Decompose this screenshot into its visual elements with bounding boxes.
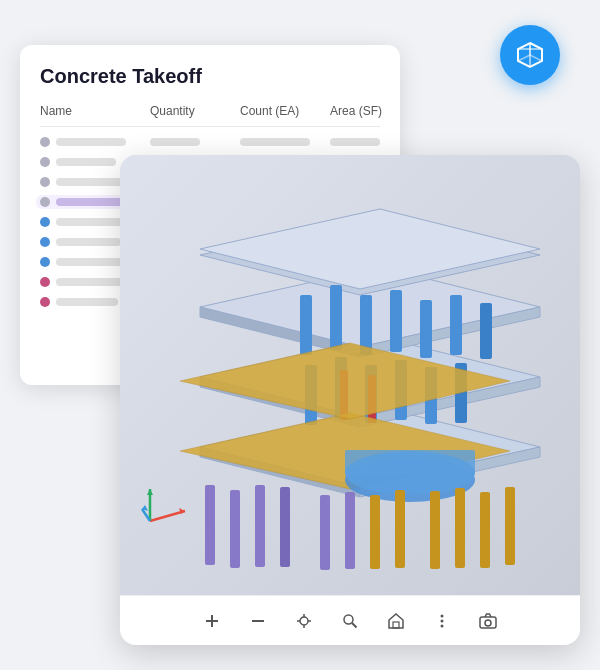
svg-line-4 — [530, 55, 542, 61]
svg-marker-19 — [200, 209, 540, 289]
svg-marker-54 — [147, 489, 153, 495]
cube-icon — [514, 39, 546, 71]
plus-icon — [203, 612, 221, 630]
viewer-toolbar — [120, 595, 580, 645]
svg-rect-44 — [455, 488, 465, 568]
svg-rect-40 — [230, 490, 240, 568]
svg-rect-68 — [393, 622, 399, 628]
svg-marker-67 — [389, 614, 403, 628]
skeleton-count — [240, 138, 310, 146]
svg-point-69 — [441, 614, 444, 617]
dots-icon — [433, 612, 451, 630]
minus-icon — [249, 612, 267, 630]
row-color-indicator — [40, 137, 50, 147]
svg-rect-20 — [330, 285, 342, 350]
screenshot-button[interactable] — [477, 610, 499, 632]
svg-rect-43 — [430, 491, 440, 569]
svg-point-70 — [441, 619, 444, 622]
zoom-in-button[interactable] — [201, 610, 223, 632]
col-name: Name — [40, 104, 150, 118]
skeleton-name — [56, 278, 124, 286]
row-color-indicator — [40, 297, 50, 307]
table-row — [40, 137, 380, 147]
table-header: Name Quantity Count (EA) Area (SF) — [40, 104, 380, 127]
navigate-button[interactable] — [293, 610, 315, 632]
axis-svg — [140, 481, 190, 531]
svg-rect-48 — [345, 492, 355, 569]
row-color-indicator — [40, 237, 50, 247]
skeleton-area — [330, 138, 380, 146]
svg-rect-38 — [345, 450, 475, 475]
col-count: Count (EA) — [240, 104, 330, 118]
skeleton-name — [56, 138, 126, 146]
svg-rect-23 — [420, 300, 432, 358]
home-button[interactable] — [385, 610, 407, 632]
skeleton-name — [56, 238, 121, 246]
zoom-out-button[interactable] — [247, 610, 269, 632]
skeleton-name — [56, 158, 116, 166]
row-color-indicator — [40, 177, 50, 187]
main-scene: Concrete Takeoff Name Quantity Count (EA… — [20, 25, 580, 645]
viewer-content — [120, 155, 580, 595]
search-icon — [341, 612, 359, 630]
svg-rect-22 — [390, 290, 402, 352]
more-options-button[interactable] — [431, 610, 453, 632]
svg-rect-46 — [505, 487, 515, 565]
svg-point-71 — [441, 624, 444, 627]
skeleton-qty — [150, 138, 200, 146]
svg-point-60 — [300, 617, 308, 625]
svg-rect-49 — [370, 495, 380, 569]
col-quantity: Quantity — [150, 104, 240, 118]
row-name-cell — [40, 137, 150, 147]
skeleton-name — [56, 298, 118, 306]
svg-rect-47 — [320, 495, 330, 570]
svg-point-73 — [485, 620, 491, 626]
blue-column — [300, 295, 312, 355]
svg-point-65 — [344, 615, 353, 624]
col-area: Area (SF) — [330, 104, 410, 118]
row-color-indicator — [40, 197, 50, 207]
row-color-indicator — [40, 257, 50, 267]
svg-rect-45 — [480, 492, 490, 568]
svg-rect-50 — [395, 490, 405, 568]
svg-rect-41 — [255, 485, 265, 567]
cube-fab-button[interactable] — [500, 25, 560, 85]
row-color-indicator — [40, 157, 50, 167]
svg-rect-42 — [280, 487, 290, 567]
svg-line-3 — [518, 55, 530, 61]
svg-rect-24 — [450, 295, 462, 355]
svg-rect-39 — [205, 485, 215, 565]
home-icon — [387, 612, 405, 630]
table-title: Concrete Takeoff — [40, 65, 380, 88]
search-button[interactable] — [339, 610, 361, 632]
row-color-indicator — [40, 217, 50, 227]
svg-rect-25 — [480, 303, 492, 359]
viewer-card — [120, 155, 580, 645]
svg-line-51 — [150, 511, 185, 521]
camera-icon — [479, 612, 497, 630]
skeleton-name — [56, 198, 128, 206]
svg-line-66 — [352, 623, 357, 628]
axis-indicator — [140, 481, 190, 535]
row-color-indicator — [40, 277, 50, 287]
crosshair-icon — [295, 612, 313, 630]
